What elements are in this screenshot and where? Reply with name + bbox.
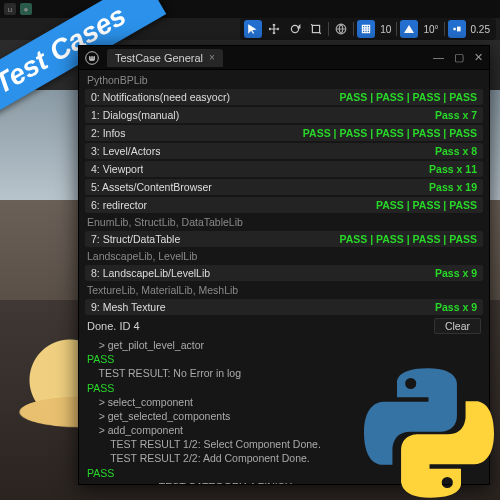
group-header: TextureLib, MaterialLib, MeshLib bbox=[79, 282, 489, 298]
test-label: 3: Level/Actors bbox=[91, 145, 160, 157]
log-line: > get_pilot_level_actor bbox=[87, 338, 481, 352]
grid-snap-button[interactable] bbox=[357, 20, 375, 38]
group-header: EnumLib, StructLib, DataTableLib bbox=[79, 214, 489, 230]
test-label: 5: Assets/ContentBrowser bbox=[91, 181, 212, 193]
project-icon: ● bbox=[20, 3, 32, 15]
svg-point-0 bbox=[292, 25, 299, 32]
test-status: Pass x 9 bbox=[435, 301, 477, 313]
clear-button[interactable]: Clear bbox=[434, 318, 481, 334]
select-mode-button[interactable] bbox=[244, 20, 262, 38]
test-row[interactable]: 5: Assets/ContentBrowserPass x 19 bbox=[85, 179, 483, 195]
test-label: 8: LandscapeLib/LevelLib bbox=[91, 267, 210, 279]
log-pass: PASS bbox=[87, 352, 481, 366]
python-logo-icon bbox=[364, 368, 494, 498]
test-label: 7: Struct/DataTable bbox=[91, 233, 180, 245]
test-status: Pass x 11 bbox=[429, 163, 477, 175]
group-header: LandscapeLib, LevelLib bbox=[79, 248, 489, 264]
test-label: 4: Viewport bbox=[91, 163, 143, 175]
svg-rect-4 bbox=[457, 27, 461, 32]
test-status: PASS | PASS | PASS | PASS bbox=[339, 233, 477, 245]
window-close-button[interactable]: ✕ bbox=[474, 51, 483, 64]
svg-rect-3 bbox=[453, 28, 455, 30]
test-row[interactable]: 1: Dialogs(manual)Pass x 7 bbox=[85, 107, 483, 123]
svg-rect-1 bbox=[313, 25, 320, 32]
scale-mode-button[interactable] bbox=[307, 20, 325, 38]
test-row[interactable]: 7: Struct/DataTablePASS | PASS | PASS | … bbox=[85, 231, 483, 247]
close-tab-icon[interactable]: × bbox=[209, 52, 215, 63]
group-header: PythonBPLib bbox=[79, 72, 489, 88]
test-row[interactable]: 6: redirectorPASS | PASS | PASS bbox=[85, 197, 483, 213]
test-status: PASS | PASS | PASS | PASS | PASS bbox=[303, 127, 477, 139]
test-label: 6: redirector bbox=[91, 199, 147, 211]
tab-label: TestCase General bbox=[115, 52, 203, 64]
ue-logo-icon bbox=[85, 51, 99, 65]
window-maximize-button[interactable]: ▢ bbox=[454, 51, 464, 64]
test-status: PASS | PASS | PASS bbox=[376, 199, 477, 211]
test-row[interactable]: 0: Notifications(need easyocr)PASS | PAS… bbox=[85, 89, 483, 105]
test-label: 9: Mesh Texture bbox=[91, 301, 166, 313]
test-label: 0: Notifications(need easyocr) bbox=[91, 91, 230, 103]
tab-testcase-general[interactable]: TestCase General × bbox=[107, 49, 223, 67]
window-minimize-button[interactable]: — bbox=[433, 51, 444, 64]
scale-snap-value[interactable]: 0.25 bbox=[469, 24, 492, 35]
scale-snap-button[interactable] bbox=[448, 20, 466, 38]
test-label: 2: Infos bbox=[91, 127, 125, 139]
test-row[interactable]: 9: Mesh TexturePass x 9 bbox=[85, 299, 483, 315]
angle-snap-value[interactable]: 10° bbox=[421, 24, 440, 35]
viewport-toolbar: 10 10° 0.25 bbox=[240, 18, 496, 40]
grid-snap-value[interactable]: 10 bbox=[378, 24, 393, 35]
test-row[interactable]: 8: LandscapeLib/LevelLibPass x 9 bbox=[85, 265, 483, 281]
test-status: PASS | PASS | PASS | PASS bbox=[339, 91, 477, 103]
test-status: Pass x 7 bbox=[435, 109, 477, 121]
angle-snap-button[interactable] bbox=[400, 20, 418, 38]
test-status: Pass x 8 bbox=[435, 145, 477, 157]
test-status: Pass x 19 bbox=[429, 181, 477, 193]
done-text: Done. ID 4 bbox=[87, 320, 140, 332]
coord-space-button[interactable] bbox=[332, 20, 350, 38]
translate-mode-button[interactable] bbox=[265, 20, 283, 38]
window-title-bar[interactable]: TestCase General × — ▢ ✕ bbox=[79, 46, 489, 70]
rotate-mode-button[interactable] bbox=[286, 20, 304, 38]
test-status: Pass x 9 bbox=[435, 267, 477, 279]
ue-logo-icon: u bbox=[4, 3, 16, 15]
test-row[interactable]: 2: InfosPASS | PASS | PASS | PASS | PASS bbox=[85, 125, 483, 141]
test-row[interactable]: 4: ViewportPass x 11 bbox=[85, 161, 483, 177]
test-label: 1: Dialogs(manual) bbox=[91, 109, 179, 121]
test-row[interactable]: 3: Level/ActorsPass x 8 bbox=[85, 143, 483, 159]
